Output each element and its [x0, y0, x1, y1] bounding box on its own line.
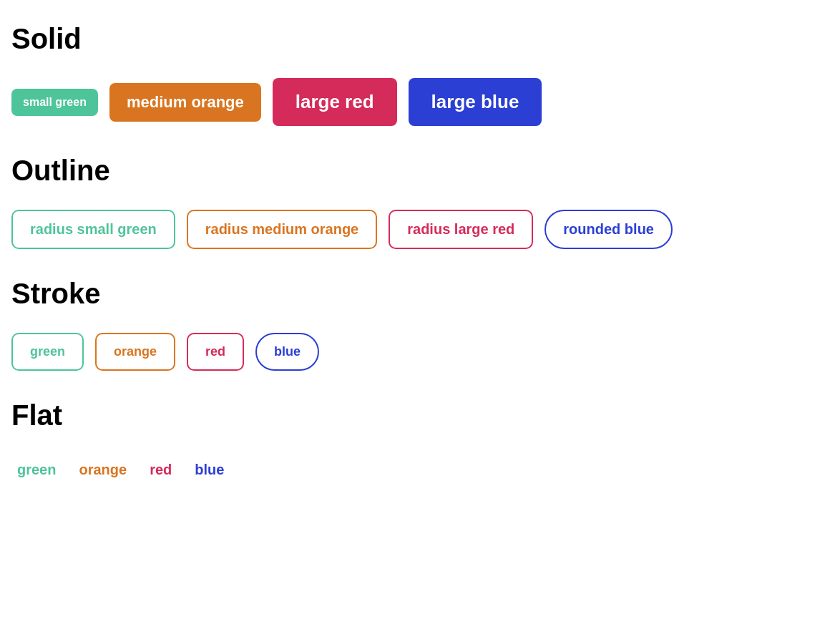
outline-large-red-button[interactable]: radius large red — [389, 210, 533, 249]
stroke-button-row: green orange red blue — [11, 333, 829, 371]
solid-button-row: small green medium orange large red larg… — [11, 78, 829, 126]
solid-large-blue-button[interactable]: large blue — [409, 78, 542, 126]
outline-rounded-blue-button[interactable]: rounded blue — [544, 210, 673, 249]
solid-medium-orange-button[interactable]: medium orange — [109, 83, 261, 122]
flat-red-button[interactable]: red — [144, 454, 177, 485]
outline-small-green-button[interactable]: radius small green — [11, 210, 175, 249]
outline-medium-orange-button[interactable]: radius medium orange — [187, 210, 378, 249]
stroke-red-button[interactable]: red — [187, 333, 244, 371]
solid-small-green-button[interactable]: small green — [11, 89, 98, 116]
flat-section: Flat green orange red blue — [11, 399, 829, 485]
solid-large-red-button[interactable]: large red — [273, 78, 397, 126]
stroke-section: Stroke green orange red blue — [11, 278, 829, 371]
flat-orange-button[interactable]: orange — [73, 454, 132, 485]
solid-title: Solid — [11, 23, 829, 55]
flat-button-row: green orange red blue — [11, 454, 829, 485]
solid-section: Solid small green medium orange large re… — [11, 23, 829, 126]
stroke-title: Stroke — [11, 278, 829, 310]
stroke-orange-button[interactable]: orange — [95, 333, 175, 371]
outline-button-row: radius small green radius medium orange … — [11, 210, 829, 249]
flat-blue-button[interactable]: blue — [189, 454, 230, 485]
flat-green-button[interactable]: green — [11, 454, 62, 485]
stroke-green-button[interactable]: green — [11, 333, 84, 371]
outline-section: Outline radius small green radius medium… — [11, 155, 829, 249]
stroke-blue-button[interactable]: blue — [255, 333, 319, 371]
flat-title: Flat — [11, 399, 829, 432]
outline-title: Outline — [11, 155, 829, 187]
